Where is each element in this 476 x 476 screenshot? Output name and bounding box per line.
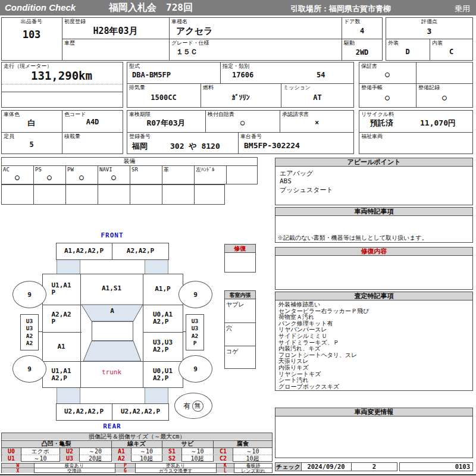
fuel-label: 燃料 (203, 84, 214, 90)
repair-mini-header: 修復 (224, 244, 256, 253)
legend-code: S1 (162, 448, 181, 455)
service-book-label: 整備手帳 (361, 84, 383, 90)
right-front-door-cell: U0,A1 A2,P (143, 305, 183, 332)
divider (162, 165, 162, 205)
welfare-vehicle-label: 福祉車両 (361, 133, 383, 139)
right-sill-codes: U3 U3 A2 P (192, 318, 198, 347)
legend-value: ～20 (79, 448, 111, 455)
grade-label: グレード・仕様 (171, 40, 209, 46)
trunk-label: trunk (80, 368, 143, 376)
change-info-header: 車両変更情報 (275, 408, 473, 416)
vehicle-notes-disclaimer: ※記載のない書類・機器等は無しとして取り扱います。 (277, 234, 428, 242)
divider (220, 62, 221, 83)
legend-value: ～10 (21, 455, 60, 462)
transmission: AT (281, 93, 354, 102)
divider (224, 322, 256, 323)
left-rear-door-cell: A1 (42, 332, 80, 361)
legend-group-dent: 凸凹・亀裂 (1, 440, 111, 447)
transmission-label: ミッション (283, 84, 311, 90)
legend-group-corrosion: 腐食 (213, 440, 273, 447)
auction-title: 福岡入札会 728回 (109, 2, 193, 14)
recycle-status: 預託済 (370, 118, 393, 129)
inspection-label: 車検期限 (129, 111, 151, 117)
color-code-label: 色コード (64, 111, 86, 117)
interior-grade-label: 内装 (432, 40, 443, 46)
class-sub-number: 54 (317, 71, 325, 79)
cabin-item-hole: 穴 (226, 324, 232, 333)
pickup-location: 引取場所：福岡県古賀市青柳 (290, 4, 391, 14)
check-code: 0103 (399, 462, 470, 471)
legend-mark-code: X (2, 469, 34, 473)
legend-code: U3 (60, 455, 79, 462)
cabin-lining-header: 客室内張 (224, 290, 256, 299)
legend-code: C1 (214, 448, 233, 455)
right-rear-door-codes: U3,U3 A2,P (153, 339, 173, 353)
equipment-label-ps: PS (35, 167, 42, 173)
appeal-panel-header: アピールポイント (275, 158, 473, 167)
insurance-label: 検付自賠責 (208, 111, 234, 117)
registration-digits: 302 や 8120 (170, 141, 220, 152)
grade: １５Ｃ (176, 47, 198, 57)
condition-check-sheet: Condition Check 福岡入札会 728回 引取場所：福岡県古賀市青柳… (0, 0, 476, 476)
class-number: 17606 (232, 71, 253, 79)
left-fender-cell: U1,A1 P (42, 275, 80, 303)
bottom-rule (0, 474, 476, 475)
legend-mark-code: G (115, 469, 135, 473)
assessment-line: 内張りキズ (278, 365, 369, 371)
legend-mark-value: レンズ割れ (234, 469, 273, 473)
equipment-label-lhd: 左ﾊﾝﾄﾞﾙ (196, 167, 215, 173)
rear-right-connector (145, 388, 168, 403)
left-quarter-codes: U1,A1 A2,P (51, 368, 71, 382)
service-record-label: 整備記録 (418, 84, 440, 90)
right-fender-cell: A1,P (143, 275, 183, 303)
first-registration-label: 初度登録 (64, 18, 86, 24)
check-date: 2024/09/20 (301, 462, 351, 471)
capacity: 5 (1, 140, 62, 149)
score: 3 (386, 27, 473, 36)
hood-cell: A1,S1 (80, 274, 143, 303)
tire-rear-right: 9 (178, 355, 212, 383)
check-count: 2 (351, 462, 397, 471)
divider (224, 346, 256, 346)
legend-value: 20超 (79, 455, 111, 462)
doors-label: ドア数 (344, 18, 360, 24)
left-sill-codes: U3 U3 A2 A2 (26, 318, 33, 347)
legend-code: A2 (112, 455, 131, 462)
assessment-line: 外装補修跡悪い (278, 302, 369, 308)
model-name-label: 車種名 (171, 18, 187, 24)
equipment-label-pw: PW (67, 167, 74, 173)
equipment-label-leather: 革 (164, 167, 169, 173)
equipment-mark-ac: ○ (1, 173, 33, 181)
legend-code: A1 (112, 448, 131, 455)
insurance-mark: ○ (205, 118, 280, 127)
equipment-table-row2 (1, 184, 225, 205)
tire-front-left: 9 (12, 281, 46, 308)
hood-codes: A1,S1 (102, 285, 121, 292)
right-front-door-codes: U0,A1 A2,P (153, 311, 173, 325)
warranty-mark: ○ (359, 70, 416, 79)
legend-mark-value: 看板跡 (234, 464, 273, 468)
cabin-item-burn: コゲ (226, 347, 238, 356)
equipment-mark-navi: ○ (98, 173, 130, 181)
appeal-line-2: ABS (280, 177, 292, 185)
assessment-header: 査定特記事項 (275, 292, 473, 300)
interior-grade: C (430, 48, 473, 56)
service-record-mark: ○ (416, 93, 473, 102)
legend-code: S2 (162, 455, 181, 462)
equipment-label-navi: NAVI (99, 167, 112, 173)
right-sill-box: U3 U3 A2 P (186, 314, 204, 350)
right-quarter-codes: U0,U1 A2,P (153, 368, 173, 382)
legend-code: U0 (2, 448, 21, 455)
divider (130, 165, 130, 205)
vehicle-notes-header: 車両特記事項 (275, 207, 473, 216)
approval-request-label: 承認請求書 (282, 111, 309, 117)
repair-content-header: 修復内容 (275, 247, 473, 256)
equipment-label-sr: SR (131, 167, 138, 173)
lot-number-label: 出品番号 (1, 18, 62, 24)
color-code: A4D (62, 118, 123, 126)
presence-yes: 有 (184, 401, 191, 411)
first-registration: H28年03月 (62, 26, 169, 37)
condition-check-logo: Condition Check (5, 2, 76, 12)
assessment-line: グローブボックスキズ (278, 384, 369, 390)
divider (62, 39, 383, 39)
